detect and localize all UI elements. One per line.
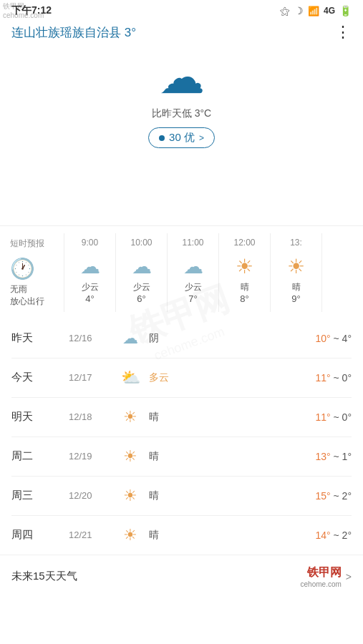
footer-label[interactable]: 未来15天天气 — [11, 570, 77, 583]
hourly-temp-3: 7° — [188, 293, 197, 304]
daily-row-today: 今天 12/17 ⛅ 多云 11° ~ 0° — [11, 358, 352, 398]
footer: 未来15天天气 铁甲网 cehome.com > — [0, 555, 363, 598]
hourly-icon-3: ☁ — [183, 255, 203, 278]
daily-date-4: 12/20 — [69, 490, 112, 501]
daily-temps-1: 11° ~ 0° — [315, 372, 352, 384]
hourly-item-short: 短时预报 🕐 无雨 放心出行 — [0, 233, 64, 312]
daily-high-4: 15° — [315, 490, 330, 502]
daily-section: 昨天 12/16 ☁ 阴 10° ~ 4° 今天 12/17 ⛅ 多云 11° … — [0, 319, 363, 555]
daily-day-2: 明天 — [11, 410, 69, 424]
daily-day-5: 周四 — [11, 528, 69, 542]
daily-sep-4: ~ — [334, 490, 342, 502]
daily-date-1: 12/17 — [69, 372, 112, 383]
daily-icon-2: ☀ — [116, 408, 145, 426]
hourly-cond-4: 晴 — [241, 281, 249, 293]
daily-row-tomorrow: 明天 12/18 ☀ 晴 11° ~ 0° — [11, 398, 352, 437]
location-temp: 连山壮族瑶族自治县 3° — [11, 24, 136, 41]
daily-sep-1: ~ — [334, 372, 342, 384]
aqi-badge[interactable]: 30 优 > — [148, 127, 215, 148]
compare-text: 比昨天低 3°C — [152, 107, 211, 120]
menu-button[interactable]: ⋮ — [335, 23, 352, 42]
status-icons: ⚝ ☽ 📶 4G 🔋 — [280, 5, 352, 17]
hourly-time-3: 11:00 — [182, 238, 203, 248]
hourly-item-11: 11:00 ☁ 少云 7° — [168, 233, 219, 312]
daily-row-thu: 周四 12/21 ☀ 晴 14° ~ 2° — [11, 516, 352, 555]
daily-row-tue: 周二 12/19 ☀ 晴 13° ~ 1° — [11, 437, 352, 477]
hourly-cond-2: 少云 — [133, 281, 150, 293]
bluetooth-icon: ⚝ — [280, 5, 290, 17]
aqi-dot — [159, 135, 165, 141]
daily-cond-3: 晴 — [149, 450, 178, 463]
daily-day-3: 周二 — [11, 449, 69, 463]
footer-chevron: > — [346, 571, 352, 582]
daily-cond-0: 阴 — [149, 332, 178, 345]
daily-temps-0: 10° ~ 4° — [315, 333, 352, 344]
hourly-icon-2: ☁ — [132, 255, 152, 278]
hourly-icon-1: ☁ — [80, 255, 100, 278]
hourly-label-0: 短时预报 — [10, 238, 44, 250]
daily-icon-5: ☀ — [116, 526, 145, 545]
daily-icon-4: ☀ — [116, 487, 145, 505]
hourly-time-5: 13: — [290, 238, 302, 248]
daily-temps-3: 13° ~ 1° — [315, 451, 352, 462]
hourly-item-9: 9:00 ☁ 少云 4° — [64, 233, 116, 312]
hourly-temp-5: 9° — [291, 293, 300, 304]
daily-cond-5: 晴 — [149, 529, 178, 542]
daily-high-1: 11° — [315, 372, 330, 384]
daily-low-4: 2° — [342, 490, 352, 502]
daily-icon-0: ☁ — [116, 329, 145, 348]
hourly-section: 短时预报 🕐 无雨 放心出行 9:00 ☁ 少云 4° 10:00 ☁ 少云 6… — [0, 225, 363, 319]
network-icon: 4G — [324, 6, 335, 16]
daily-temps-5: 14° ~ 2° — [315, 530, 352, 541]
daily-low-0: 4° — [342, 333, 352, 344]
daily-sep-3: ~ — [334, 451, 342, 462]
daily-high-5: 14° — [315, 530, 330, 541]
daily-low-3: 1° — [342, 451, 352, 462]
moon-icon: ☽ — [294, 5, 304, 16]
daily-cond-2: 晴 — [149, 411, 178, 424]
daily-high-3: 13° — [315, 451, 330, 462]
daily-high-0: 10° — [315, 333, 330, 344]
footer-logo-sub: cehome.com — [301, 580, 342, 588]
hourly-time-2: 10:00 — [130, 238, 152, 248]
footer-logo-text: 铁甲网 — [307, 565, 342, 580]
daily-row-yesterday: 昨天 12/16 ☁ 阴 10° ~ 4° — [11, 319, 352, 358]
site-logo-top: 铁甲网cehome.com — [0, 0, 47, 21]
hourly-temp-1: 4° — [85, 293, 94, 304]
hourly-temp-2: 6° — [137, 293, 145, 304]
hourly-item-13: 13: ☀ 晴 9° — [271, 233, 322, 312]
status-bar: 下午7:12 ⚝ ☽ 📶 4G 🔋 — [0, 0, 363, 20]
daily-row-wed: 周三 12/20 ☀ 晴 15° ~ 2° — [11, 477, 352, 516]
daily-high-2: 11° — [315, 411, 330, 423]
daily-low-1: 0° — [342, 372, 352, 384]
daily-cond-4: 晴 — [149, 489, 178, 502]
daily-icon-1: ⛅ — [116, 369, 145, 387]
battery-icon: 🔋 — [339, 5, 352, 16]
hourly-scroll[interactable]: 短时预报 🕐 无雨 放心出行 9:00 ☁ 少云 4° 10:00 ☁ 少云 6… — [0, 233, 363, 312]
daily-cond-1: 多云 — [149, 371, 178, 384]
hourly-item-12: 12:00 ☀ 晴 8° — [219, 233, 271, 312]
daily-date-5: 12/21 — [69, 530, 112, 540]
daily-day-4: 周三 — [11, 489, 69, 502]
wifi-icon: 📶 — [308, 6, 319, 16]
header: 连山壮族瑶族自治县 3° ⋮ — [0, 20, 363, 47]
daily-day-1: 今天 — [11, 371, 69, 384]
footer-logo: 铁甲网 cehome.com > — [301, 565, 352, 588]
clock-icon: 🕐 — [10, 257, 35, 280]
daily-day-0: 昨天 — [11, 331, 69, 345]
hourly-temp-4: 8° — [240, 293, 248, 304]
aqi-chevron: > — [199, 133, 204, 143]
hourly-item-10: 10:00 ☁ 少云 6° — [116, 233, 168, 312]
hourly-icon-5: ☀ — [287, 255, 305, 278]
daily-temps-2: 11° ~ 0° — [315, 411, 352, 423]
hourly-icon-4: ☀ — [236, 255, 253, 278]
daily-low-5: 2° — [342, 530, 352, 541]
hourly-cond-1: 少云 — [82, 281, 99, 293]
hourly-desc-0: 无雨 放心出行 — [10, 283, 44, 308]
daily-sep-5: ~ — [334, 530, 342, 541]
daily-sep-2: ~ — [334, 411, 342, 423]
main-cloud-icon: ☁ — [159, 54, 205, 100]
main-weather: ☁ 比昨天低 3°C 30 优 > — [0, 47, 363, 225]
hourly-cond-3: 少云 — [185, 281, 202, 293]
hourly-cond-5: 晴 — [292, 281, 301, 293]
